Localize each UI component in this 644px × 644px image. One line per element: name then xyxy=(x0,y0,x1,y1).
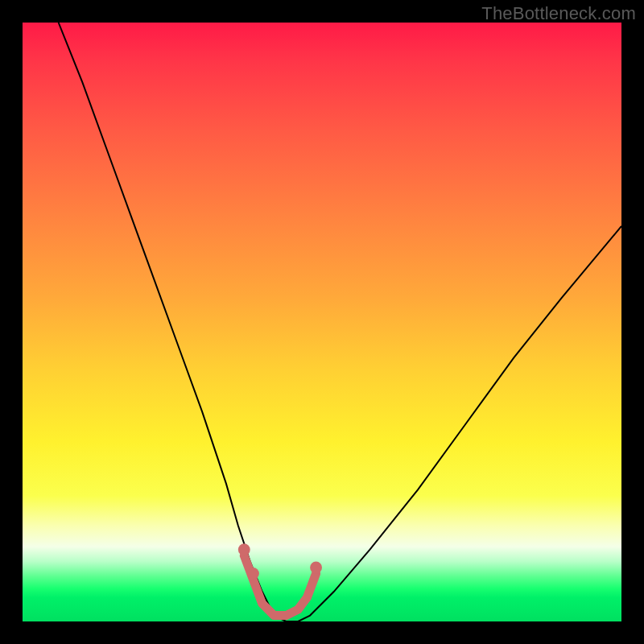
dip-marker-dot xyxy=(310,562,322,574)
dip-markers xyxy=(244,555,316,615)
watermark-text: TheBottleneck.com xyxy=(481,3,636,24)
dip-marker-dot xyxy=(247,568,259,580)
chart-frame: path[data-name="bottleneck-curve"] { str… xyxy=(0,0,644,644)
dip-marker-dot xyxy=(238,543,250,555)
bottleneck-curve xyxy=(59,23,621,621)
plot-area: path[data-name="bottleneck-curve"] { str… xyxy=(23,23,621,621)
curve-layer: path[data-name="bottleneck-curve"] { str… xyxy=(23,23,621,621)
